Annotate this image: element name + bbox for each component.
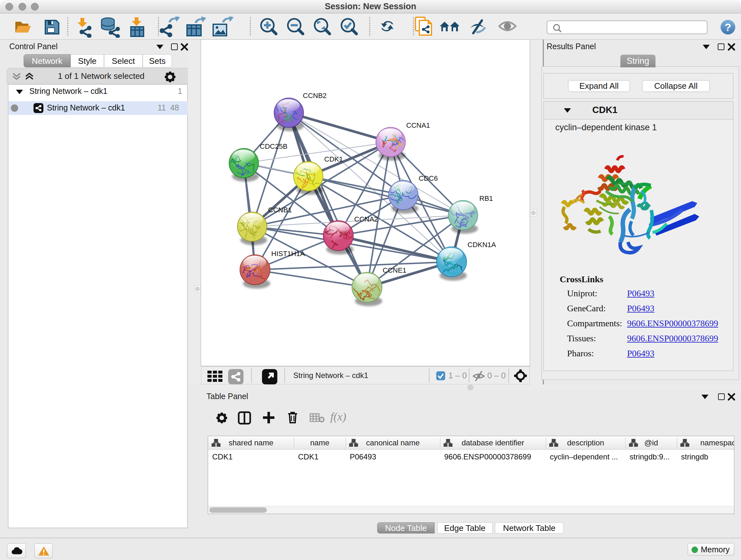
svg-text:CCNB1: CCNB1 <box>268 206 292 214</box>
svg-text:RB1: RB1 <box>479 194 493 202</box>
svg-text:CDK1: CDK1 <box>324 155 343 163</box>
svg-text:CCNA2: CCNA2 <box>354 215 378 223</box>
svg-text:CDKN1A: CDKN1A <box>468 241 496 249</box>
svg-text:CCNB2: CCNB2 <box>303 91 327 100</box>
svg-text:CCNE1: CCNE1 <box>383 266 407 274</box>
svg-text:CDC25B: CDC25B <box>260 142 287 150</box>
svg-text:HIST1H1A: HIST1H1A <box>271 250 305 258</box>
svg-text:CDC6: CDC6 <box>419 174 438 182</box>
svg-text:CCNA1: CCNA1 <box>406 121 430 129</box>
